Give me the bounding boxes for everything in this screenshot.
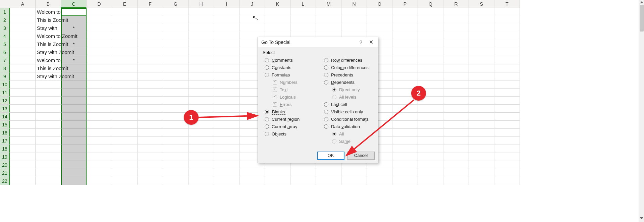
cell-H1[interactable] xyxy=(189,8,214,16)
cell-E5[interactable] xyxy=(112,40,138,48)
cell-B11[interactable] xyxy=(36,89,61,97)
cell-J21[interactable] xyxy=(239,169,265,177)
cell-P22[interactable] xyxy=(392,177,418,185)
cell-A18[interactable] xyxy=(10,145,36,153)
cell-A9[interactable] xyxy=(10,72,36,80)
cell-Q15[interactable] xyxy=(418,121,443,129)
cell-H16[interactable] xyxy=(189,129,214,137)
cell-R3[interactable] xyxy=(443,24,469,32)
cell-R20[interactable] xyxy=(443,161,469,169)
cell-E2[interactable] xyxy=(112,16,138,24)
cell-E20[interactable] xyxy=(112,161,138,169)
option-row_diff[interactable]: Row differences xyxy=(322,56,373,64)
cell-D8[interactable] xyxy=(87,64,112,72)
cell-B5[interactable]: This is Zoomit xyxy=(36,40,61,48)
cell-B3[interactable]: Stay with xyxy=(36,24,61,32)
cell-I14[interactable] xyxy=(214,113,239,121)
cell-C7[interactable]: * xyxy=(61,56,87,64)
cell-D21[interactable] xyxy=(87,169,112,177)
cell-E13[interactable] xyxy=(112,105,138,113)
cell-G10[interactable] xyxy=(163,80,189,89)
cell-A2[interactable] xyxy=(10,16,36,24)
cell-S2[interactable] xyxy=(469,16,494,24)
cell-I3[interactable] xyxy=(214,24,239,32)
cell-C10[interactable] xyxy=(61,80,87,89)
option-visible[interactable]: Visible cells only xyxy=(322,108,373,115)
row-header-1[interactable]: 1 xyxy=(0,8,10,16)
cell-B6[interactable]: Stay with Zoomit xyxy=(36,48,61,56)
cell-D20[interactable] xyxy=(87,161,112,169)
cell-S17[interactable] xyxy=(469,137,494,145)
cell-S13[interactable] xyxy=(469,105,494,113)
cell-E10[interactable] xyxy=(112,80,138,89)
option-current_array[interactable]: Current array xyxy=(263,123,314,130)
cell-R16[interactable] xyxy=(443,129,469,137)
option-comments[interactable]: Comments xyxy=(263,56,314,64)
cell-K2[interactable] xyxy=(265,16,290,24)
row-header-15[interactable]: 15 xyxy=(0,121,10,129)
cell-D14[interactable] xyxy=(87,113,112,121)
cell-D15[interactable] xyxy=(87,121,112,129)
cell-Q16[interactable] xyxy=(418,129,443,137)
cell-T14[interactable] xyxy=(494,113,520,121)
column-header-S[interactable]: S xyxy=(469,0,494,8)
vertical-scrollbar[interactable] xyxy=(639,0,644,222)
cell-N3[interactable] xyxy=(341,24,367,32)
cell-I16[interactable] xyxy=(214,129,239,137)
dialog-titlebar[interactable]: Go To Special ? ✕ xyxy=(258,37,378,47)
cell-E6[interactable] xyxy=(112,48,138,56)
cell-B16[interactable] xyxy=(36,129,61,137)
cell-L1[interactable] xyxy=(290,8,316,16)
cell-B19[interactable] xyxy=(36,153,61,161)
column-header-T[interactable]: T xyxy=(494,0,520,8)
cell-S6[interactable] xyxy=(469,48,494,56)
cell-C20[interactable] xyxy=(61,161,87,169)
cell-K1[interactable] xyxy=(265,8,290,16)
cell-L22[interactable] xyxy=(290,177,316,185)
cell-O21[interactable] xyxy=(367,169,392,177)
cell-D5[interactable] xyxy=(87,40,112,48)
cell-G2[interactable] xyxy=(163,16,189,24)
cell-S9[interactable] xyxy=(469,72,494,80)
cell-E21[interactable] xyxy=(112,169,138,177)
cell-G17[interactable] xyxy=(163,137,189,145)
cell-B8[interactable]: This is Zoomit xyxy=(36,64,61,72)
cell-H7[interactable] xyxy=(189,56,214,64)
cell-R14[interactable] xyxy=(443,113,469,121)
cell-Q4[interactable] xyxy=(418,32,443,40)
cell-I4[interactable] xyxy=(214,32,239,40)
cell-B21[interactable] xyxy=(36,169,61,177)
cell-R15[interactable] xyxy=(443,121,469,129)
cell-M3[interactable] xyxy=(316,24,341,32)
cell-G6[interactable] xyxy=(163,48,189,56)
cell-F10[interactable] xyxy=(138,80,163,89)
cell-S11[interactable] xyxy=(469,89,494,97)
cell-L3[interactable] xyxy=(290,24,316,32)
column-header-D[interactable]: D xyxy=(87,0,112,8)
cell-S8[interactable] xyxy=(469,64,494,72)
cell-N2[interactable] xyxy=(341,16,367,24)
cell-A1[interactable] xyxy=(10,8,36,16)
cell-T13[interactable] xyxy=(494,105,520,113)
cell-P6[interactable] xyxy=(392,48,418,56)
cell-Q20[interactable] xyxy=(418,161,443,169)
cell-P13[interactable] xyxy=(392,105,418,113)
column-header-I[interactable]: I xyxy=(214,0,239,8)
row-header-7[interactable]: 7 xyxy=(0,56,10,64)
cell-P5[interactable] xyxy=(392,40,418,48)
cell-F17[interactable] xyxy=(138,137,163,145)
cell-B13[interactable] xyxy=(36,105,61,113)
row-header-3[interactable]: 3 xyxy=(0,24,10,32)
cell-F5[interactable] xyxy=(138,40,163,48)
cell-P21[interactable] xyxy=(392,169,418,177)
cell-A10[interactable] xyxy=(10,80,36,89)
cell-G11[interactable] xyxy=(163,89,189,97)
cell-D10[interactable] xyxy=(87,80,112,89)
cell-C22[interactable] xyxy=(61,177,87,185)
cell-P20[interactable] xyxy=(392,161,418,169)
cell-H5[interactable] xyxy=(189,40,214,48)
cell-A11[interactable] xyxy=(10,89,36,97)
cell-Q3[interactable] xyxy=(418,24,443,32)
cell-F21[interactable] xyxy=(138,169,163,177)
cell-H3[interactable] xyxy=(189,24,214,32)
